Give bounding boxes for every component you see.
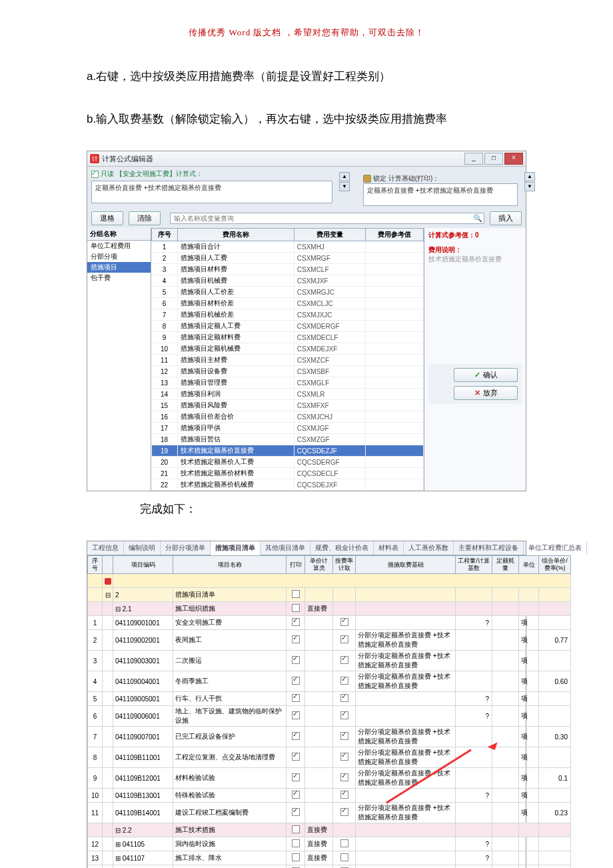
tab-bar[interactable]: 工程信息编制说明分部分项清单措施项目清单其他项目清单规费、税金计价表材料表人工基… xyxy=(87,541,526,555)
checkbox[interactable] xyxy=(292,839,300,847)
checkbox[interactable] xyxy=(292,711,300,719)
grid-row[interactable]: 3措施项目材料费CSXMCLF xyxy=(152,264,424,275)
grid-row[interactable]: 7措施项目机械价差CSXMJXJC xyxy=(152,309,424,321)
tab[interactable]: 主要材料和工程设备 xyxy=(454,541,524,555)
scroll-up-icon[interactable]: ▲ xyxy=(524,172,535,181)
grid-row[interactable]: 14措施项目利润CSXMLR xyxy=(152,389,424,400)
variable-grid[interactable]: 序号 费用名称 费用变量 费用参考值 1措施项目合计CSXMHJ2措施项目人工费… xyxy=(151,228,424,491)
table-row[interactable]: ⊟2措施项目清单 xyxy=(88,588,571,602)
table-row[interactable]: 5 041109005001行车、行人干扰?项 xyxy=(88,692,571,706)
tab[interactable]: 分部分项清单 xyxy=(161,541,211,555)
checkbox[interactable] xyxy=(340,791,348,799)
group-item[interactable]: 单位工程费用 xyxy=(87,241,151,251)
filter-icon[interactable] xyxy=(105,578,111,585)
grid-row[interactable]: 8措施项目定额人工费CSXMDERGF xyxy=(152,321,424,332)
table-row[interactable]: 12⊞ 041105洞内临时设施直接费? xyxy=(88,837,571,851)
checkbox[interactable] xyxy=(292,825,300,833)
checkbox[interactable] xyxy=(292,590,300,598)
grid-row[interactable]: 10措施项目定额机械费CSXMDEJXF xyxy=(152,343,424,355)
group-item-selected[interactable]: 措施项目 xyxy=(87,262,151,273)
table-row[interactable]: 9 041109B12001材料检验试验分部分项定额基价直接费 +技术措施定额基… xyxy=(88,768,571,789)
table-row[interactable]: 2 041109002001夜间施工分部分项定额基价直接费 +技术措施定额基价直… xyxy=(88,630,571,651)
checkbox[interactable] xyxy=(340,853,348,861)
checkbox[interactable] xyxy=(292,604,300,612)
maximize-button[interactable]: □ xyxy=(484,153,503,165)
grid-row[interactable]: 21技术措施定额基价材料费CQCSDECLF xyxy=(152,468,424,479)
insert-button[interactable]: 插入 xyxy=(490,211,522,225)
tab[interactable]: 单位工程费汇总表 xyxy=(524,541,587,555)
group-item[interactable]: 包干费 xyxy=(87,273,151,283)
grid-row[interactable]: 4措施项目机械费CSXMJXF xyxy=(152,275,424,287)
lock-label[interactable]: 锁定 计算基础(打印)： xyxy=(363,174,518,183)
table-row[interactable]: 3 041109003001二次搬运分部分项定额基价直接费 +技术措施定额基价直… xyxy=(88,651,571,671)
grid-row[interactable]: 18措施项目暂估CSXMZGF xyxy=(152,434,424,445)
scroll-up-icon[interactable]: ▲ xyxy=(339,172,350,181)
measure-table[interactable]: 序号项目编码项目名称打印单价计算类按费率计取措施取费基础工程量/计算基数定额耗量… xyxy=(87,555,571,868)
grid-row[interactable]: 11措施项目主材费CSXMZCF xyxy=(152,355,424,366)
checkbox[interactable] xyxy=(340,618,348,626)
grid-row[interactable]: 1措施项目合计CSXMHJ xyxy=(152,241,424,253)
checkbox[interactable] xyxy=(292,773,300,781)
checkbox[interactable] xyxy=(292,808,300,816)
ok-button[interactable]: 确认 xyxy=(454,368,518,382)
checkbox[interactable] xyxy=(340,839,348,847)
scroll-down-icon[interactable]: ▼ xyxy=(524,182,535,191)
checkbox[interactable] xyxy=(292,618,300,626)
grid-row[interactable]: 20技术措施定额基价人工费CQCSDERGF xyxy=(152,457,424,468)
grid-row[interactable]: 5措施项目人工价差CSXMRGJC xyxy=(152,287,424,298)
formula-left-box[interactable]: 定额基价直接费 +技术措施定额基价直接费 xyxy=(91,181,332,203)
grid-row[interactable]: 9措施项目定额材料费CSXMDECLF xyxy=(152,332,424,343)
grid-row[interactable]: 17措施项目甲供CSXMJGF xyxy=(152,423,424,434)
tab[interactable]: 措施项目清单 xyxy=(211,541,261,555)
checkbox[interactable] xyxy=(340,677,348,685)
backspace-button[interactable]: 退格 xyxy=(91,211,123,225)
checkbox[interactable] xyxy=(292,656,300,664)
checkbox[interactable] xyxy=(292,853,300,861)
checkbox[interactable] xyxy=(340,753,348,761)
checkbox[interactable] xyxy=(292,677,300,685)
table-row[interactable]: 14⊞ 011701001001检查井脚手架直接费1000.000m2 xyxy=(88,865,571,869)
table-row[interactable]: 6 041109006001地上、地下设施、建筑物的临时保护设施?项 xyxy=(88,706,571,727)
table-row[interactable]: 8 041109B11001工程定位复测、点交及场地清理费分部分项定额基价直接费… xyxy=(88,747,571,768)
group-list[interactable]: 分组名称 单位工程费用 分部分项 措施项目 包干费 xyxy=(87,228,151,491)
checkbox[interactable] xyxy=(340,808,348,816)
table-row[interactable]: 10 041109B13001特殊检验试验?项 xyxy=(88,789,571,803)
checkbox[interactable] xyxy=(340,711,348,719)
group-item[interactable]: 分部分项 xyxy=(87,251,151,262)
grid-row[interactable]: 12措施项目设备费CSXMSBF xyxy=(152,366,424,377)
checkbox[interactable] xyxy=(292,694,300,702)
grid-row[interactable]: 6措施项目材料价差CSXMCLJC xyxy=(152,298,424,309)
table-row[interactable]: 11 041109B14001建设工程竣工档案编制费分部分项定额基价直接费 +技… xyxy=(88,803,571,823)
search-box[interactable]: 🔍 xyxy=(170,213,484,224)
tab[interactable]: 人工基价系数 xyxy=(404,541,454,555)
table-row[interactable]: 4 041109004001冬雨季施工分部分项定额基价直接费 +技术措施定额基价… xyxy=(88,671,571,692)
table-row[interactable]: ⊟ 2.1施工组织措施直接费 xyxy=(88,602,571,616)
search-icon[interactable]: 🔍 xyxy=(472,214,484,223)
grid-row[interactable]: 13措施项目管理费CSXMGLF xyxy=(152,377,424,389)
scroll-down-icon[interactable]: ▼ xyxy=(339,182,350,191)
readonly-checkbox-label[interactable]: 只读 【安全文明施工费】计算式： xyxy=(91,169,332,179)
grid-row[interactable]: 2措施项目人工费CSXMRGF xyxy=(152,253,424,264)
grid-row[interactable]: 15措施项目风险费CSXMFXF xyxy=(152,400,424,411)
checkbox[interactable] xyxy=(292,791,300,799)
checkbox[interactable] xyxy=(292,732,300,740)
grid-row[interactable]: 19技术措施定额基价直接费CQCSDEZJF xyxy=(152,445,424,457)
checkbox[interactable] xyxy=(292,635,300,643)
clear-button[interactable]: 清除 xyxy=(129,211,161,225)
grid-row[interactable]: 22技术措施定额基价机械费CQCSDEJXF xyxy=(152,479,424,491)
grid-row[interactable]: 16措施项目价差合价CSXMJCHJ xyxy=(152,411,424,423)
tab[interactable]: 工程信息 xyxy=(87,541,124,555)
checkbox[interactable] xyxy=(340,773,348,781)
formula-right-box[interactable]: 定额基价直接费 +技术措施定额基价直接费 xyxy=(363,183,518,206)
table-row[interactable]: 1 041109001001安全文明施工费?项 xyxy=(88,616,571,630)
table-row[interactable]: 7 041109007001已完工程及设备保护分部分项定额基价直接费 +技术措施… xyxy=(88,727,571,747)
tab[interactable]: 规费、税金计价表 xyxy=(310,541,374,555)
checkbox[interactable] xyxy=(292,753,300,761)
checkbox[interactable] xyxy=(340,656,348,664)
checkbox[interactable] xyxy=(340,635,348,643)
close-button[interactable]: × xyxy=(504,153,523,165)
table-row[interactable]: ⊟ 2.2施工技术措施直接费 xyxy=(88,823,571,837)
tab[interactable]: 其他项目清单 xyxy=(261,541,310,555)
cancel-button[interactable]: 放弃 xyxy=(454,386,518,400)
checkbox[interactable] xyxy=(340,732,348,740)
